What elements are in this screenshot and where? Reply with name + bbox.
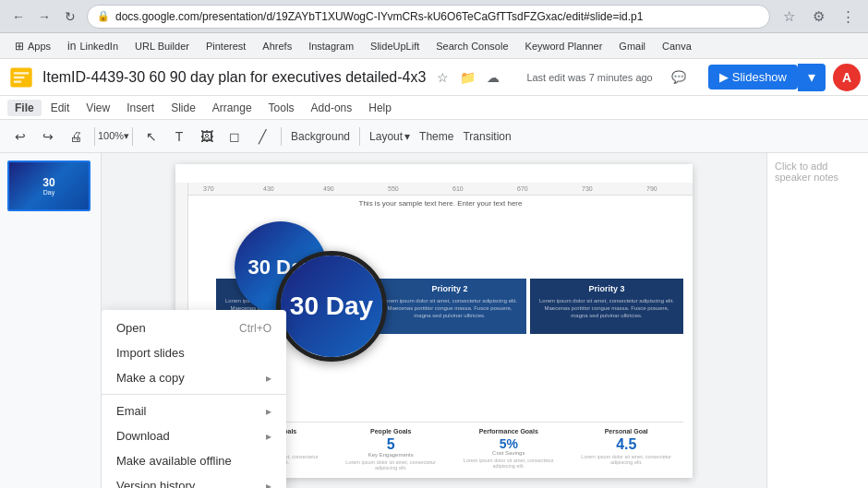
menu-help[interactable]: Help	[361, 100, 399, 116]
slideshow-button[interactable]: ▶ Slideshow	[708, 65, 798, 89]
goal-personal-title: Personal Goal	[570, 428, 684, 434]
browser-actions: ☆ ⚙ ⋮	[776, 4, 861, 30]
cursor-button[interactable]: ↖	[139, 124, 164, 149]
menu-file[interactable]: File	[7, 100, 42, 116]
fm-version-history[interactable]: Version history ▸	[102, 473, 286, 488]
fm-make-copy-arrow: ▸	[266, 372, 271, 385]
goal-people-number: 5	[334, 437, 449, 452]
theme-button[interactable]: Theme	[416, 130, 457, 143]
goal-performance: Performance Goals 5% Cost Savings Lorem …	[452, 428, 566, 470]
reload-button[interactable]: ↻	[59, 6, 81, 28]
notes-panel: Click to add speaker notes	[766, 153, 868, 488]
line-button[interactable]: ╱	[249, 124, 275, 149]
background-button[interactable]: Background	[287, 130, 354, 143]
bookmark-gmail[interactable]: Gmail	[611, 39, 653, 54]
canvas-area: 370 430 490 550 610 670 730 790 This is …	[102, 153, 766, 488]
fm-email-arrow: ▸	[266, 405, 271, 418]
lock-icon: 🔒	[97, 10, 110, 22]
back-button[interactable]: ←	[7, 6, 30, 28]
toolbar-separator-4	[359, 127, 360, 146]
bookmark-keywordplanner[interactable]: Keyword Planner	[518, 39, 610, 54]
bookmark-instagram[interactable]: Instagram	[301, 39, 361, 54]
shapes-button[interactable]: ◻	[222, 124, 247, 149]
redo-button[interactable]: ↪	[35, 124, 61, 149]
doc-folder-icon: 📁	[460, 70, 476, 85]
file-menu-dropdown: Open Ctrl+O Import slides Make a copy ▸ …	[102, 310, 286, 488]
fm-download-arrow: ▸	[266, 430, 271, 443]
fm-open[interactable]: Open Ctrl+O	[102, 315, 286, 340]
doc-cloud-icon: ☁	[487, 70, 500, 85]
goal-performance-text: Lorem ipsum dolor sit amet, consectetur …	[452, 458, 566, 469]
bookmark-pinterest[interactable]: Pinterest	[199, 39, 253, 54]
magnifier-overlay: 30 Day	[276, 251, 387, 362]
slide-thumbnail-1[interactable]: 30 Day	[7, 161, 90, 211]
fm-download[interactable]: Download ▸	[102, 423, 286, 448]
slide-thumb-inner: 30 Day	[9, 162, 89, 209]
priority-box-2: Priority 2 Lorem ipsum dolor sit amet, c…	[373, 279, 526, 334]
menu-button[interactable]: ⋮	[835, 4, 861, 30]
menu-insert[interactable]: Insert	[119, 100, 162, 116]
fm-email-label: Email	[116, 404, 147, 418]
ruler-mark-790: 790	[646, 185, 657, 192]
goal-performance-title: Performance Goals	[452, 428, 566, 434]
browser-controls: ← → ↻	[7, 6, 81, 28]
ruler-mark-490: 490	[323, 185, 334, 192]
layout-button[interactable]: Layout ▾	[366, 130, 414, 143]
fm-email[interactable]: Email ▸	[102, 399, 286, 423]
priority-3-text: Lorem ipsum dolor sit amet, consectetur …	[536, 297, 678, 320]
undo-button[interactable]: ↩	[7, 124, 33, 149]
svg-rect-1	[14, 72, 29, 74]
menu-bar: File Edit View Insert Slide Arrange Tool…	[0, 96, 868, 120]
menu-edit[interactable]: Edit	[43, 100, 78, 116]
print-button[interactable]: 🖨	[63, 124, 89, 149]
ruler-horizontal: 370 430 490 550 610 670 730 790	[175, 183, 693, 196]
fm-separator-1	[102, 394, 286, 395]
fm-download-label: Download	[116, 429, 170, 443]
menu-view[interactable]: View	[78, 100, 117, 116]
notes-placeholder: Click to add speaker notes	[775, 161, 861, 183]
goal-people-text: Lorem ipsum dolor sit amet, consectetur …	[334, 459, 449, 470]
text-button[interactable]: T	[166, 124, 192, 149]
ruler-mark-670: 670	[517, 185, 528, 192]
toolbar: ↩ ↪ 🖨 100%▾ ↖ T 🖼 ◻ ╱ Background Layout …	[0, 120, 868, 153]
extensions-button[interactable]: ⚙	[805, 4, 831, 30]
svg-rect-3	[14, 80, 21, 82]
zoom-button[interactable]: 100%▾	[101, 124, 127, 149]
browser-bar: ← → ↻ 🔒 docs.google.com/presentation/d/1…	[0, 0, 868, 33]
menu-arrange[interactable]: Arrange	[205, 100, 259, 116]
magnifier-content: 30 Day	[281, 256, 382, 357]
menu-addons[interactable]: Add-ons	[304, 100, 360, 116]
comments-button[interactable]: 💬	[660, 65, 697, 89]
user-avatar[interactable]: A	[833, 64, 861, 91]
ruler-mark-610: 610	[452, 185, 464, 192]
apps-icon: ⊞	[15, 40, 24, 53]
fm-import-slides[interactable]: Import slides	[102, 340, 286, 365]
goal-performance-number: 5%	[452, 437, 566, 450]
doc-star-icon[interactable]: ☆	[437, 70, 449, 85]
fm-import-slides-label: Import slides	[116, 346, 185, 360]
goal-personal: Personal Goal 4.5 Lorem ipsum dolor sit …	[570, 428, 684, 470]
slideshow-dropdown-button[interactable]: ▾	[798, 64, 826, 91]
fm-open-shortcut: Ctrl+O	[239, 322, 271, 335]
magnifier-day-label: 30 Day	[290, 292, 373, 321]
menu-tools[interactable]: Tools	[261, 100, 302, 116]
goal-personal-text: Lorem ipsum dolor sit amet, consectetur …	[570, 454, 684, 465]
address-bar[interactable]: 🔒 docs.google.com/presentation/d/19ZAYbT…	[87, 5, 770, 29]
transition-button[interactable]: Transition	[459, 130, 514, 143]
star-button[interactable]: ☆	[776, 4, 802, 30]
bookmark-linkedin[interactable]: in LinkedIn	[60, 38, 126, 54]
bookmark-slideuplift[interactable]: SlideUpLift	[363, 39, 427, 54]
main-area: 30 Day 370 430 490 550 610 670 730 790	[0, 153, 868, 488]
menu-slide[interactable]: Slide	[163, 100, 203, 116]
slide-thumb-day-label: 30	[42, 176, 54, 189]
bookmark-ahrefs[interactable]: Ahrefs	[255, 39, 299, 54]
image-button[interactable]: 🖼	[194, 124, 220, 149]
fm-make-copy[interactable]: Make a copy ▸	[102, 365, 286, 390]
bookmark-urlbuilder[interactable]: URL Builder	[127, 39, 197, 54]
bookmark-apps[interactable]: ⊞ Apps	[7, 38, 58, 54]
forward-button[interactable]: →	[33, 6, 55, 28]
bookmark-canva[interactable]: Canva	[655, 39, 699, 54]
bookmark-searchconsole[interactable]: Search Console	[428, 39, 515, 54]
fm-make-available[interactable]: Make available offline	[102, 448, 286, 473]
doc-title: ItemID-4439-30 60 90 day plan for execut…	[42, 69, 426, 86]
